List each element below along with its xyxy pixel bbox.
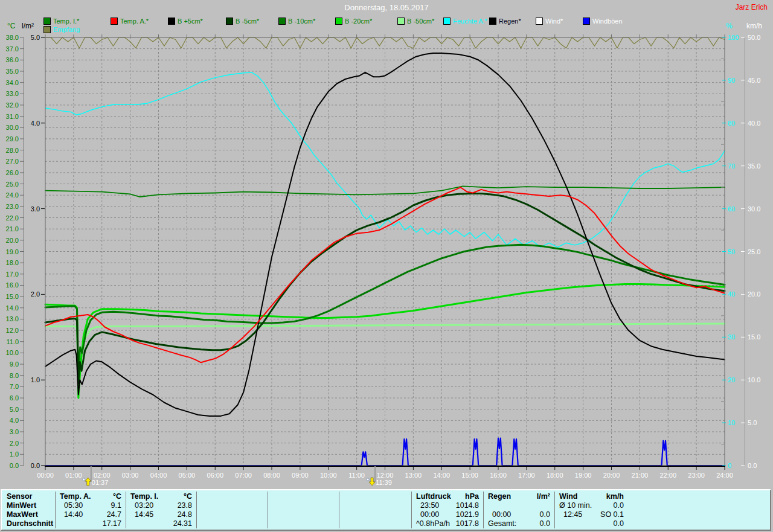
- table-cell: MaxWert: [7, 510, 38, 519]
- svg-text:20.0: 20.0: [6, 237, 19, 244]
- table-cell: 23.8: [145, 501, 192, 510]
- svg-text:35.0: 35.0: [748, 162, 760, 170]
- svg-text:50.0: 50.0: [748, 34, 760, 41]
- table-column-divider: [483, 492, 484, 528]
- sparkle-icon: [83, 478, 85, 481]
- svg-text:20: 20: [728, 376, 735, 383]
- table-cell: 1017.8: [432, 519, 479, 528]
- weather-app-window: Donnerstag, 18.05.2017 Jarz Erich °C l/m…: [0, 0, 773, 532]
- table-cell: km/h: [577, 492, 624, 501]
- arrow-up-icon: [85, 478, 91, 486]
- table-cell: 9.1: [74, 501, 121, 510]
- svg-text:15:00: 15:00: [461, 472, 478, 479]
- marker-time-label: 01:37: [92, 479, 109, 486]
- table-cell: 24.8: [145, 510, 192, 519]
- svg-text:0: 0: [728, 462, 731, 469]
- svg-text:1.0: 1.0: [31, 376, 40, 383]
- rain-lm2-axis: 0.01.02.03.04.05.0: [31, 34, 45, 469]
- table-column-divider: [339, 492, 339, 528]
- svg-text:80: 80: [728, 120, 735, 127]
- svg-text:14.0: 14.0: [6, 304, 19, 312]
- svg-text:15.0: 15.0: [6, 293, 19, 300]
- svg-text:06:00: 06:00: [207, 472, 223, 479]
- svg-text:5.0: 5.0: [748, 419, 757, 426]
- svg-text:7.0: 7.0: [10, 383, 19, 390]
- svg-text:50: 50: [728, 248, 735, 255]
- svg-text:45.0: 45.0: [748, 77, 760, 84]
- svg-text:18:00: 18:00: [547, 472, 563, 479]
- svg-text:2.0: 2.0: [10, 440, 19, 447]
- table-cell: hPa: [432, 492, 479, 501]
- svg-text:20:00: 20:00: [603, 472, 620, 479]
- table-cell: 1014.8: [432, 501, 479, 510]
- svg-text:4.0: 4.0: [31, 120, 40, 127]
- table-cell: Wind: [559, 492, 577, 501]
- table-cell: °C: [145, 492, 192, 501]
- svg-text:5.0: 5.0: [31, 34, 40, 41]
- svg-text:34.0: 34.0: [6, 79, 19, 86]
- svg-text:01:00: 01:00: [65, 472, 82, 479]
- svg-text:21.0: 21.0: [6, 225, 19, 232]
- svg-text:20.0: 20.0: [748, 290, 760, 298]
- table-cell: 0.0: [577, 519, 624, 528]
- svg-text:37.0: 37.0: [6, 45, 19, 53]
- svg-text:30.0: 30.0: [748, 205, 760, 213]
- svg-text:12:00: 12:00: [377, 472, 394, 479]
- svg-text:30: 30: [728, 333, 735, 341]
- svg-text:40: 40: [728, 290, 735, 298]
- svg-text:11:00: 11:00: [348, 472, 365, 479]
- svg-text:18.0: 18.0: [6, 259, 19, 266]
- svg-text:25.0: 25.0: [748, 248, 760, 255]
- svg-text:07:00: 07:00: [235, 472, 252, 479]
- svg-text:40.0: 40.0: [748, 120, 760, 127]
- svg-text:17:00: 17:00: [518, 472, 535, 479]
- svg-text:25.0: 25.0: [6, 181, 19, 188]
- svg-text:19.0: 19.0: [6, 248, 19, 255]
- table-cell: 1021.9: [432, 510, 479, 519]
- svg-text:04:00: 04:00: [150, 472, 167, 479]
- svg-text:100: 100: [728, 34, 739, 41]
- svg-text:10.0: 10.0: [748, 376, 760, 383]
- svg-text:21:00: 21:00: [632, 472, 649, 479]
- svg-text:09:00: 09:00: [292, 472, 309, 479]
- svg-text:15.0: 15.0: [748, 333, 760, 341]
- temp-c-axis: 0.01.02.03.04.05.06.07.08.09.010.011.012…: [6, 34, 24, 469]
- svg-text:28.0: 28.0: [6, 147, 19, 154]
- svg-text:10: 10: [728, 419, 735, 426]
- svg-text:2.0: 2.0: [31, 290, 40, 298]
- svg-text:33.0: 33.0: [6, 90, 19, 97]
- humidity-pct-axis: 0102030405060708090100: [721, 34, 739, 469]
- svg-text:17.0: 17.0: [6, 271, 19, 278]
- gridlines: [45, 37, 725, 466]
- table-cell: 17.17: [74, 519, 121, 528]
- marker-time-label: 11:39: [376, 479, 392, 486]
- wind-kmh-axis: 0.05.010.015.020.025.030.035.040.045.050…: [741, 34, 760, 469]
- arrow-down-icon: [369, 478, 375, 486]
- table-cell: MinWert: [7, 501, 36, 510]
- svg-text:6.0: 6.0: [10, 394, 19, 402]
- svg-text:03:00: 03:00: [122, 472, 139, 479]
- svg-text:22:00: 22:00: [659, 472, 676, 479]
- svg-text:14:00: 14:00: [433, 472, 450, 479]
- table-cell: °C: [74, 492, 121, 501]
- svg-text:19:00: 19:00: [575, 472, 592, 479]
- table-cell: Durchschnitt: [7, 519, 53, 528]
- table-cell: 0.0: [577, 501, 624, 510]
- svg-text:0.0: 0.0: [748, 462, 757, 469]
- svg-text:16:00: 16:00: [490, 472, 507, 479]
- svg-text:10.0: 10.0: [6, 349, 19, 356]
- svg-text:05:00: 05:00: [179, 472, 196, 479]
- table-cell: SO 0.1: [577, 510, 624, 519]
- svg-text:5.0: 5.0: [10, 406, 19, 413]
- svg-text:4.0: 4.0: [10, 417, 19, 424]
- table-column-divider: [126, 492, 126, 528]
- table-cell: Sensor: [7, 492, 32, 501]
- svg-text:32.0: 32.0: [6, 101, 19, 109]
- table-cell: l/m²: [503, 492, 550, 501]
- svg-text:30.0: 30.0: [6, 124, 19, 131]
- svg-text:60: 60: [728, 205, 735, 213]
- svg-text:08:00: 08:00: [263, 472, 280, 479]
- svg-text:8.0: 8.0: [10, 372, 19, 379]
- svg-text:13.0: 13.0: [6, 315, 19, 322]
- table-column-divider: [268, 492, 268, 528]
